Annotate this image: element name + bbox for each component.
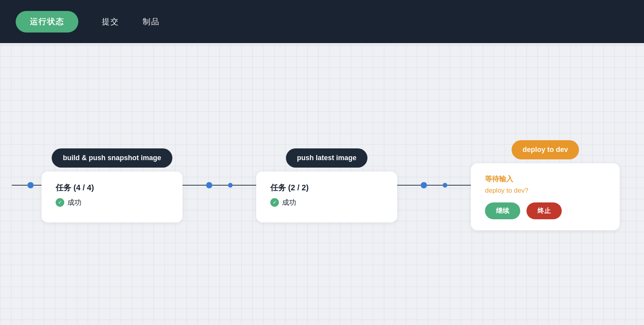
nav-item-submit[interactable]: 提交 <box>102 16 119 27</box>
line-2b <box>427 185 443 186</box>
task-title-stage2: 任务 (2 / 2) <box>270 182 383 193</box>
check-icon-stage1: ✓ <box>56 198 64 207</box>
continue-button[interactable]: 继续 <box>485 202 520 219</box>
status-text-stage1: 成功 <box>67 198 81 207</box>
connector-2-3 <box>397 182 471 188</box>
line-1c <box>233 185 256 186</box>
connector-1-2 <box>183 182 256 188</box>
line-to-stage1 <box>34 185 42 186</box>
stop-button[interactable]: 终止 <box>526 202 562 219</box>
waiting-actions: 继续 终止 <box>485 202 606 219</box>
task-status-stage2: ✓ 成功 <box>270 198 383 207</box>
nav-active-button[interactable]: 运行状态 <box>16 11 78 32</box>
stage-build-push-snapshot: build & push snapshot image 任务 (4 / 4) ✓… <box>42 148 183 222</box>
line-1b <box>212 185 228 186</box>
start-dot <box>27 182 34 188</box>
stage-label-build-push: build & push snapshot image <box>52 148 172 168</box>
stage-card-push-latest: 任务 (2 / 2) ✓ 成功 <box>256 172 397 222</box>
pipeline-canvas: build & push snapshot image 任务 (4 / 4) ✓… <box>0 45 644 325</box>
start-connector <box>12 182 42 188</box>
waiting-title: 等待输入 <box>485 174 606 184</box>
line-2c <box>447 185 471 186</box>
mid-dot-4 <box>443 183 447 188</box>
stage-push-latest: push latest image 任务 (2 / 2) ✓ 成功 <box>256 148 397 222</box>
start-line <box>12 185 27 186</box>
check-icon-stage2: ✓ <box>270 198 279 207</box>
task-title-stage1: 任务 (4 / 4) <box>56 182 168 193</box>
nav-item-product[interactable]: 制品 <box>143 16 160 27</box>
waiting-question: deploy to dev? <box>485 187 606 195</box>
status-text-stage2: 成功 <box>282 198 296 207</box>
stage-deploy-to-dev: deploy to dev 等待输入 deploy to dev? 继续 终止 <box>471 140 620 230</box>
mid-dot-3 <box>421 182 427 188</box>
stage-label-deploy: deploy to dev <box>512 140 579 159</box>
mid-dot-2 <box>228 183 233 188</box>
pipeline: build & push snapshot image 任务 (4 / 4) ✓… <box>0 140 644 230</box>
stage-label-push-latest: push latest image <box>286 148 367 168</box>
task-status-stage1: ✓ 成功 <box>56 198 168 207</box>
stage-card-build-push: 任务 (4 / 4) ✓ 成功 <box>42 172 183 222</box>
line-1a <box>183 185 206 186</box>
mid-dot-1 <box>206 182 212 188</box>
header: 运行状态 提交 制品 <box>0 0 644 43</box>
line-2a <box>397 185 421 186</box>
stage-card-deploy: 等待输入 deploy to dev? 继续 终止 <box>471 163 620 230</box>
